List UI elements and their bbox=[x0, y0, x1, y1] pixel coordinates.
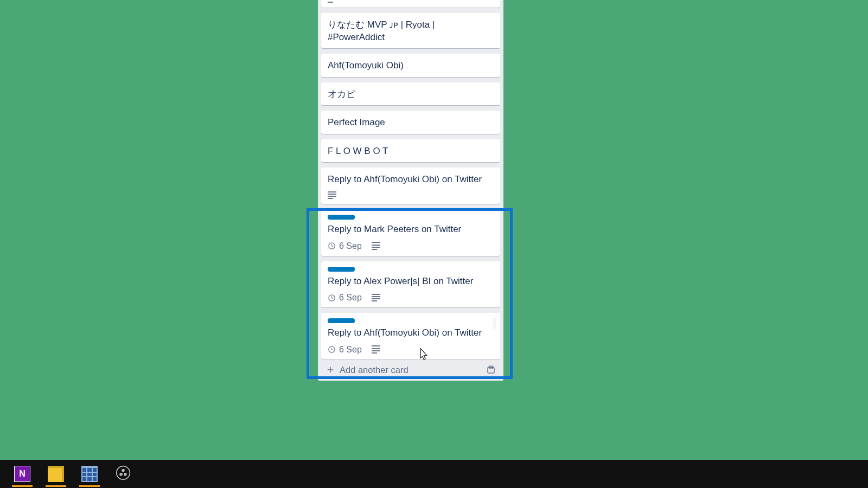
card-title: Reply to Ahf(Tomoyuki Obi) on Twitter bbox=[328, 173, 494, 185]
due-date-badge: 6 Sep bbox=[328, 241, 362, 251]
svg-point-6 bbox=[122, 469, 125, 472]
trello-card[interactable] bbox=[321, 0, 500, 8]
description-icon bbox=[328, 0, 336, 3]
plus-icon bbox=[326, 365, 335, 375]
svg-point-5 bbox=[117, 466, 130, 480]
taskbar-app-obs[interactable] bbox=[112, 463, 135, 485]
card-title: Perfect Image bbox=[328, 116, 494, 129]
svg-point-8 bbox=[124, 473, 127, 476]
card-title: Reply to Mark Peeters on Twitter bbox=[328, 223, 494, 235]
taskbar-app-sticky-notes[interactable] bbox=[44, 463, 67, 485]
svg-point-7 bbox=[119, 473, 123, 476]
obs-icon bbox=[116, 465, 131, 483]
trello-card[interactable]: Reply to Mark Peeters on Twitter 6 Sep bbox=[321, 209, 500, 255]
trello-list[interactable]: りなたむ MVP ᴊᴘ | Ryota | #PowerAddict Ahf(T… bbox=[318, 0, 503, 381]
clock-icon bbox=[328, 345, 336, 354]
add-card-button[interactable]: Add another card bbox=[326, 365, 409, 375]
clock-icon bbox=[328, 294, 336, 302]
label-blue[interactable] bbox=[328, 267, 355, 272]
trello-card[interactable]: Reply to Alex Power|s| BI on Twitter 6 S… bbox=[321, 261, 500, 307]
calculator-icon bbox=[81, 466, 98, 482]
card-title: Reply to Ahf(Tomoyuki Obi) on Twitter bbox=[328, 326, 494, 339]
trello-card[interactable]: りなたむ MVP ᴊᴘ | Ryota | #PowerAddict bbox=[321, 13, 500, 49]
trello-card[interactable]: Reply to Ahf(Tomoyuki Obi) on Twitter 6 … bbox=[321, 313, 500, 359]
card-template-icon[interactable] bbox=[486, 365, 496, 375]
card-title: Ahf(Tomoyuki Obi) bbox=[328, 59, 494, 72]
pencil-icon[interactable] bbox=[493, 317, 496, 330]
due-date-badge: 6 Sep bbox=[328, 345, 362, 355]
taskbar-app-onenote[interactable]: N bbox=[11, 463, 34, 485]
card-title: オカピ bbox=[328, 88, 494, 100]
card-title: りなたむ MVP ᴊᴘ | Ryota | #PowerAddict bbox=[328, 18, 494, 44]
trello-card[interactable]: Perfect Image bbox=[321, 111, 500, 133]
sticky-notes-icon bbox=[48, 466, 64, 482]
description-icon bbox=[372, 345, 380, 354]
description-icon bbox=[328, 191, 336, 200]
label-blue[interactable] bbox=[328, 215, 355, 220]
card-title: F L O W B O T bbox=[328, 145, 494, 157]
windows-taskbar[interactable]: N bbox=[0, 460, 868, 488]
description-icon bbox=[372, 294, 380, 302]
trello-card[interactable]: Reply to Ahf(Tomoyuki Obi) on Twitter bbox=[321, 168, 500, 204]
label-blue[interactable] bbox=[328, 318, 355, 323]
trello-card[interactable]: Ahf(Tomoyuki Obi) bbox=[321, 54, 500, 76]
clock-icon bbox=[328, 242, 336, 250]
onenote-icon: N bbox=[14, 466, 30, 482]
description-icon bbox=[372, 242, 380, 250]
card-title: Reply to Alex Power|s| BI on Twitter bbox=[328, 275, 494, 287]
trello-card[interactable]: オカピ bbox=[321, 82, 500, 105]
trello-card[interactable]: F L O W B O T bbox=[321, 139, 500, 162]
due-date-badge: 6 Sep bbox=[328, 293, 362, 303]
taskbar-app-calculator[interactable] bbox=[78, 463, 101, 485]
